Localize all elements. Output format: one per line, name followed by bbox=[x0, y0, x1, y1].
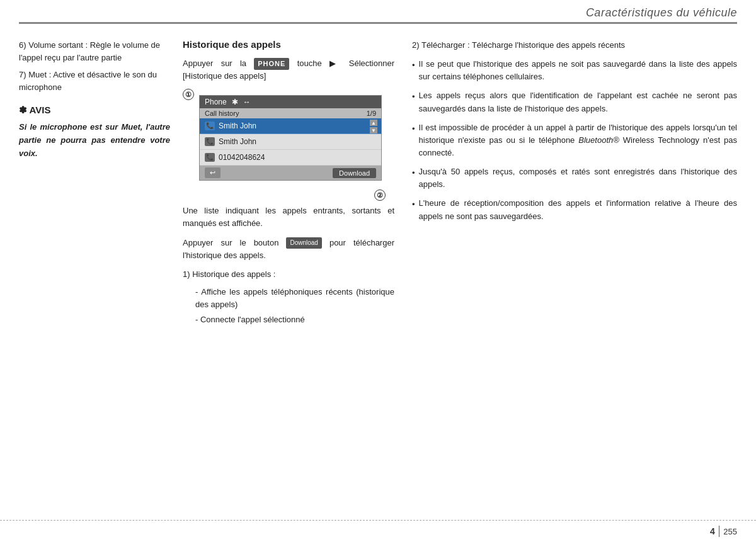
phone-button-label: PHONE bbox=[254, 58, 289, 70]
page-divider bbox=[719, 526, 720, 537]
scroll-up-arrow[interactable]: ▲ bbox=[370, 120, 377, 126]
phone-ui-mockup: Phone ✱ ↔ Call history 1/9 📞 Smith John … bbox=[199, 95, 382, 181]
avis-text: Si le microphone est sur Muet, l'autre p… bbox=[19, 121, 170, 160]
avis-section: ✽ AVIS Si le microphone est sur Muet, l'… bbox=[19, 104, 170, 160]
left-column: 6) Volume sortant : Règle le volume de l… bbox=[19, 39, 183, 329]
bullet-text-3: Il est impossible de procéder à un appel… bbox=[419, 121, 737, 159]
row2-name: Smith John bbox=[219, 137, 256, 146]
item-6-num: 6) bbox=[19, 40, 28, 50]
call-history-label: Call history bbox=[205, 110, 239, 117]
phone-ui-row-3: 📞 01042048624 bbox=[200, 150, 381, 166]
phone-download-button[interactable]: Download bbox=[333, 168, 376, 178]
header: Caractéristiques du véhicule bbox=[0, 0, 756, 20]
sub-item-2-title: 2) Télécharger : Télécharge l'historique… bbox=[412, 39, 737, 52]
list-item-7: 7) Muet : Active et désactive le son du … bbox=[19, 69, 170, 93]
scroll-arrows: ▲ ▼ bbox=[370, 120, 377, 133]
bullet-dot-5: • bbox=[412, 198, 415, 222]
call-history-count: 1/9 bbox=[367, 110, 376, 117]
phone-back-button[interactable]: ↩ bbox=[205, 167, 220, 178]
phone-ui-header: Phone ✱ ↔ bbox=[200, 96, 381, 108]
phone-ui-icon1: ✱ bbox=[232, 98, 238, 106]
bullet-text-4: Jusqu'à 50 appels reçus, composés et rat… bbox=[419, 166, 737, 191]
main-content: 6) Volume sortant : Règle le volume de l… bbox=[0, 24, 756, 341]
annotation-circle-1: ① bbox=[183, 89, 194, 100]
bullet-dot-1: • bbox=[412, 59, 415, 83]
phone-ui-icon2: ↔ bbox=[243, 98, 251, 106]
item-7-text: Muet : Active et désactive le son du mic… bbox=[19, 70, 157, 92]
phone-ui-container: ① Phone ✱ ↔ Call history 1/9 📞 Smith Joh… bbox=[183, 89, 394, 201]
page-num: 255 bbox=[723, 527, 737, 536]
phone-ui-title: Phone bbox=[205, 98, 227, 106]
bullet-text-2: Les appels reçus alors que l'identificat… bbox=[419, 89, 737, 115]
phone-ui-row-2: 📞 Smith John bbox=[200, 134, 381, 150]
phone-ui-footer: ↩ Download bbox=[200, 166, 381, 180]
row1-name: Smith John bbox=[219, 121, 256, 130]
section-heading: Historique des appels bbox=[183, 39, 394, 50]
bullet-item-5: • L'heure de réception/composition des a… bbox=[412, 197, 737, 222]
list-item-6: 6) Volume sortant : Règle le volume de l… bbox=[19, 39, 170, 64]
bullet-text-1: Il se peut que l'historique des appels n… bbox=[419, 58, 737, 83]
page-section: 4 bbox=[710, 526, 715, 536]
sub-item-1-title: 1) Historique des appels : bbox=[183, 268, 394, 281]
phone-ui-row-1: 📞 Smith John ▲ ▼ bbox=[200, 118, 381, 134]
bullet-item-1: • Il se peut que l'historique des appels… bbox=[412, 58, 737, 83]
download-inline-button: Download bbox=[286, 237, 321, 249]
call-icon-1: 📞 bbox=[205, 121, 215, 130]
para3-prefix: Appuyer sur le bouton bbox=[183, 238, 278, 247]
bullet-item-2: • Les appels reçus alors que l'identific… bbox=[412, 89, 737, 115]
header-title: Caractéristiques du véhicule bbox=[586, 6, 737, 20]
call-icon-2: 📞 bbox=[205, 137, 215, 146]
item-6-text: Volume sortant : Règle le volume de l'ap… bbox=[19, 40, 160, 62]
sub-item-1-dash-1: - Affiche les appels téléphoniques récen… bbox=[195, 286, 394, 311]
phone-ui-subheader: Call history 1/9 bbox=[200, 108, 381, 118]
para-phone-instruction: Appuyer sur la PHONE touche ▶ Sélectionn… bbox=[183, 57, 394, 82]
mid-column: Historique des appels Appuyer sur la PHO… bbox=[183, 39, 410, 329]
page-number: 4 255 bbox=[710, 526, 737, 537]
bullet-text-5: L'heure de réception/composition des app… bbox=[419, 197, 737, 222]
para1-prefix: Appuyer sur la bbox=[183, 59, 246, 68]
bullet-item-4: • Jusqu'à 50 appels reçus, composés et r… bbox=[412, 166, 737, 191]
row3-number: 01042048624 bbox=[219, 153, 265, 162]
item-7-num: 7) bbox=[19, 70, 28, 79]
footer: 4 255 bbox=[0, 520, 756, 542]
avis-title: ✽ AVIS bbox=[19, 104, 170, 116]
annotation-circle-2: ② bbox=[374, 189, 386, 201]
bullet-item-3: • Il est impossible de procéder à un app… bbox=[412, 121, 737, 159]
para-download-instruction: Appuyer sur le bouton Download pour télé… bbox=[183, 237, 394, 262]
bullet-dot-2: • bbox=[412, 91, 415, 115]
scroll-down-arrow[interactable]: ▼ bbox=[370, 127, 377, 133]
bullet-dot-3: • bbox=[412, 123, 415, 159]
bullet-dot-4: • bbox=[412, 167, 415, 191]
sub-item-1-dash-2: - Connecte l'appel sélectionné bbox=[195, 313, 394, 326]
para-list-description: Une liste indiquant les appels entrants,… bbox=[183, 205, 394, 230]
right-column: 2) Télécharger : Télécharge l'historique… bbox=[410, 39, 737, 329]
call-icon-3: 📞 bbox=[205, 153, 215, 162]
